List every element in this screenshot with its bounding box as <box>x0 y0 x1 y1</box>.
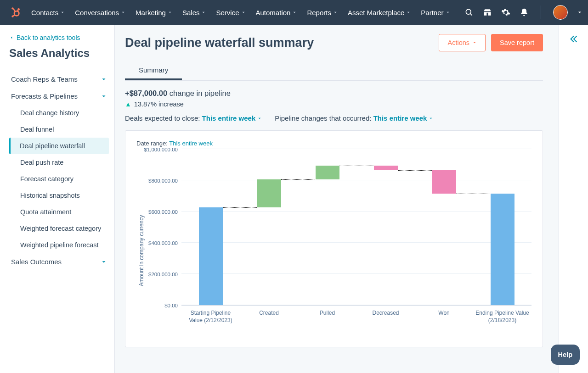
sidebar-item-deal-push-rate[interactable]: Deal push rate <box>15 154 109 171</box>
chevron-down-icon <box>333 10 338 15</box>
account-menu-caret-icon[interactable] <box>577 10 582 15</box>
top-nav: ContactsConversationsMarketingSalesServi… <box>0 0 588 25</box>
bar-slot <box>415 150 473 305</box>
sidebar-item-quota-attainment[interactable]: Quota attainment <box>15 204 109 220</box>
gear-icon[interactable] <box>501 8 510 17</box>
collapse-left-icon[interactable] <box>569 34 579 44</box>
nav-item-label: Asset Marketplace <box>348 9 404 17</box>
sidebar-group-label: Sales Outcomes <box>11 258 62 266</box>
chart-bar[interactable] <box>432 170 456 194</box>
help-label: Help <box>558 351 572 358</box>
x-label: Created <box>240 309 298 324</box>
bar-slot <box>240 150 298 305</box>
svg-line-6 <box>17 10 18 11</box>
caret-down-icon <box>429 116 433 121</box>
help-button[interactable]: Help <box>551 345 580 365</box>
sidebar-group-outcomes[interactable]: Sales Outcomes <box>9 253 109 270</box>
y-tick: $0.00 <box>164 303 178 308</box>
sidebar-group-forecasts[interactable]: Forecasts & Pipelines <box>9 88 109 105</box>
nav-item-contacts[interactable]: Contacts <box>31 9 65 17</box>
nav-item-label: Partner <box>421 9 443 17</box>
sidebar-item-deal-funnel[interactable]: Deal funnel <box>15 121 109 138</box>
chevron-down-icon <box>168 10 172 15</box>
chart-dr-value: This entire week <box>169 140 213 147</box>
chevron-down-icon <box>406 10 411 15</box>
chevron-down-icon <box>446 10 450 15</box>
svg-line-8 <box>470 14 472 16</box>
nav-item-conversations[interactable]: Conversations <box>75 9 125 17</box>
right-collapse-panel <box>559 25 588 373</box>
bell-icon[interactable] <box>520 8 529 17</box>
sidebar-item-historical-snapshots[interactable]: Historical snapshots <box>15 187 109 204</box>
avatar[interactable] <box>553 5 568 20</box>
nav-item-sales[interactable]: Sales <box>182 9 206 17</box>
chart-dr-label: Date range: <box>136 140 169 147</box>
x-label: Ending Pipeline Value (2/18/2023) <box>473 309 531 324</box>
save-report-button[interactable]: Save report <box>491 34 543 51</box>
chevron-down-icon <box>292 10 297 15</box>
gridline <box>181 149 531 149</box>
chevron-down-icon <box>101 259 107 265</box>
change-amount: +$87,000.00 <box>125 89 167 97</box>
x-label: Pulled <box>298 309 356 324</box>
tab-summary[interactable]: Summary <box>125 61 182 80</box>
page-title: Deal pipeline waterfall summary <box>125 36 314 50</box>
filter-changes-value-text: This entire week <box>373 114 427 122</box>
back-link[interactable]: Back to analytics tools <box>9 34 109 41</box>
caret-down-icon <box>257 116 262 121</box>
sidebar-item-weighted-forecast-category[interactable]: Weighted forecast category <box>15 220 109 237</box>
connector-line <box>456 194 491 194</box>
nav-item-service[interactable]: Service <box>216 9 245 17</box>
nav-item-label: Reports <box>307 9 331 17</box>
filter-close-label: Deals expected to close: <box>125 114 202 122</box>
nav-item-partner[interactable]: Partner <box>421 9 450 17</box>
actions-button[interactable]: Actions <box>439 34 486 51</box>
marketplace-icon[interactable] <box>483 8 492 17</box>
x-label: Decreased <box>356 309 415 324</box>
chart-date-range: Date range: This entire week <box>136 140 531 147</box>
chart-bar[interactable] <box>491 194 514 305</box>
sidebar-item-deal-pipeline-waterfall[interactable]: Deal pipeline waterfall <box>9 138 109 154</box>
change-suffix: change in pipeline <box>167 89 231 97</box>
chart-bar[interactable] <box>257 179 281 207</box>
filter-changes: Pipeline changes that occurred: This ent… <box>275 114 433 122</box>
increase-text: 13.87% increase <box>134 100 184 108</box>
filter-changes-value[interactable]: This entire week <box>373 114 434 122</box>
hubspot-logo-icon[interactable] <box>9 6 22 19</box>
y-tick: $600,000.00 <box>148 209 178 215</box>
nav-item-label: Sales <box>182 9 200 17</box>
sidebar-group-label: Coach Reps & Teams <box>11 75 78 83</box>
nav-item-automation[interactable]: Automation <box>256 9 297 17</box>
sidebar-item-deal-change-history[interactable]: Deal change history <box>15 105 109 121</box>
nav-item-marketing[interactable]: Marketing <box>136 9 172 17</box>
filter-close-value[interactable]: This entire week <box>202 114 262 122</box>
search-icon[interactable] <box>464 8 474 17</box>
chevron-down-icon <box>241 10 246 15</box>
chevron-down-icon <box>121 10 125 15</box>
chevron-left-icon <box>9 35 14 40</box>
connector-line <box>339 166 374 166</box>
increase-line: ▲ 13.87% increase <box>125 100 543 108</box>
nav-item-label: Service <box>216 9 239 17</box>
actions-button-label: Actions <box>447 39 469 46</box>
y-tick: $1,000,000.00 <box>144 147 178 152</box>
sidebar-group-coach[interactable]: Coach Reps & Teams <box>9 71 109 88</box>
sidebar-group-label: Forecasts & Pipelines <box>11 92 78 100</box>
svg-point-7 <box>466 9 471 14</box>
sidebar: Back to analytics tools Sales Analytics … <box>0 25 115 373</box>
x-label: Starting Pipeline Value (2/12/2023) <box>181 309 240 324</box>
sidebar-item-weighted-pipeline-forecast[interactable]: Weighted pipeline forecast <box>15 237 109 253</box>
y-tick: $200,000.00 <box>148 272 178 277</box>
y-tick: $400,000.00 <box>148 240 178 246</box>
sidebar-item-forecast-category[interactable]: Forecast category <box>15 171 109 187</box>
sidebar-title: Sales Analytics <box>9 47 109 60</box>
chevron-down-icon <box>60 10 65 15</box>
chevron-down-icon <box>101 76 107 83</box>
chart-bar[interactable] <box>374 166 398 170</box>
x-label: Won <box>415 309 473 324</box>
chart-bar[interactable] <box>199 207 223 305</box>
nav-item-reports[interactable]: Reports <box>307 9 338 17</box>
nav-item-asset-marketplace[interactable]: Asset Marketplace <box>348 9 411 17</box>
y-axis-label: Amount in company currency <box>136 150 145 333</box>
chart-bar[interactable] <box>316 166 339 180</box>
